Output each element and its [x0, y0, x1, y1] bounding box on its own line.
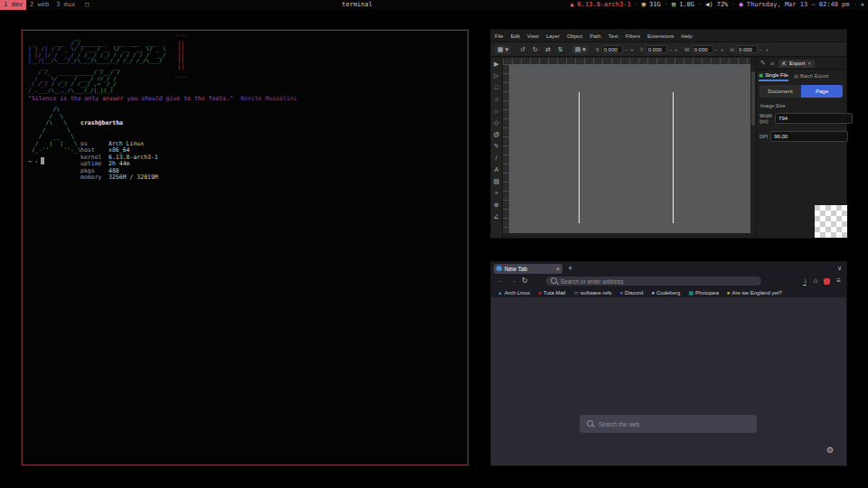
toolbar-right-icons: ↓ ⌂ ≡ [803, 275, 841, 287]
scrollbar-thumb[interactable] [751, 71, 755, 126]
flip-vertical-icon[interactable]: ⇅ [558, 46, 563, 53]
text-tool-icon[interactable]: A [495, 166, 499, 173]
bookmark-tuta-mail-icon: ■ [538, 290, 542, 296]
web-search-input[interactable] [599, 421, 750, 427]
stepper-plus[interactable]: + [674, 47, 679, 52]
gradient-tool-icon[interactable]: ▨ [494, 178, 500, 184]
menu-text[interactable]: Text [609, 33, 618, 39]
zoom-tool-icon[interactable]: ⊕ [494, 202, 499, 208]
width-input[interactable] [775, 113, 853, 124]
tab-new-tab[interactable]: New Tab × [494, 264, 562, 274]
stepper-minus[interactable]: − [759, 47, 764, 52]
field-value-w[interactable]: 0.000 [692, 45, 713, 53]
horizontal-ruler [503, 58, 750, 64]
terminal-window[interactable]: __ _ ___ / /________ ____ ___ ___| | /| … [22, 30, 468, 465]
star-tool-icon[interactable]: ☆ [494, 108, 499, 114]
tab-close-icon[interactable]: × [556, 266, 560, 272]
url-input[interactable] [561, 278, 757, 285]
canvas[interactable] [509, 64, 750, 233]
export-panel-tab[interactable]: ⇱ Export × [778, 60, 815, 68]
pencil-tool-icon[interactable]: ✎ [494, 143, 499, 149]
pencil-panel-icon[interactable]: ✎ [760, 60, 766, 67]
node-tool-icon[interactable]: ▷ [494, 72, 498, 79]
new-tab-page: ⚙ [491, 297, 846, 465]
subtab-single-file[interactable]: ▣Single File [759, 72, 788, 81]
navigation-bar: ← → ↻ ↓ ⌂ ≡ [491, 275, 846, 287]
workspace-tag-1-dev[interactable]: 1 dev [0, 0, 26, 10]
dropper-tool-icon[interactable]: + [495, 190, 498, 196]
field-value-h[interactable]: 0.000 [736, 45, 758, 53]
bookmark-tuta-mail[interactable]: ■Tuta Mail [538, 290, 565, 296]
web-search-bar[interactable] [580, 415, 757, 433]
quote-text: "Silence is the only answer you should g… [28, 95, 233, 102]
bookmark-codeberg[interactable]: ●Codeberg [651, 290, 680, 296]
measure-tool-icon[interactable]: ∠ [494, 213, 499, 220]
bookmark-photopea[interactable]: ▦Photopea [688, 289, 718, 296]
home-icon[interactable]: ⌂ [813, 275, 817, 287]
tab-overflow-chevron-icon[interactable]: ∨ [837, 265, 842, 272]
stepper-minus[interactable]: − [668, 47, 674, 52]
bookmark-label: Are we England yet? [731, 290, 781, 296]
close-panel-icon[interactable]: × [807, 61, 811, 66]
layout-symbol[interactable]: □ [85, 0, 89, 10]
menu-path[interactable]: Path [590, 33, 600, 39]
scope-document-button[interactable]: Document [760, 85, 801, 98]
fetch-user-host: crash@bertha [80, 120, 158, 127]
pen-tool-icon[interactable]: / [495, 155, 497, 161]
workspace-tag-2-web[interactable]: 2 web [26, 0, 52, 10]
menu-layer[interactable]: Layer [546, 33, 560, 39]
stepper-plus[interactable]: + [764, 47, 769, 52]
workspace-tag-3-mux[interactable]: 3 mux [52, 0, 79, 10]
bookmark-arch-linux[interactable]: ▲Arch Linux [497, 290, 530, 296]
menu-filters[interactable]: Filters [626, 33, 640, 39]
field-value-y[interactable]: 0.000 [646, 45, 667, 53]
box3d-tool-icon[interactable]: ◇ [494, 119, 498, 126]
subtab-batch-export[interactable]: ▤Batch Export [794, 72, 829, 81]
flip-horizontal-icon[interactable]: ⇄ [545, 46, 551, 53]
stepper-plus[interactable]: + [720, 47, 725, 52]
field-value-x[interactable]: 0.000 [601, 45, 623, 53]
forward-button[interactable]: → [509, 275, 516, 287]
menu-edit[interactable]: Edit [511, 33, 520, 39]
selector-tool-icon[interactable]: ▶ [494, 61, 498, 67]
page-edge-left [579, 92, 580, 223]
stepper-plus[interactable]: + [629, 47, 635, 52]
tray-icon: ▪ [861, 0, 864, 10]
ellipse-tool-icon[interactable]: ○ [495, 96, 498, 102]
menu-extensions[interactable]: Extensions [647, 33, 674, 39]
stepper-minus[interactable]: − [624, 47, 629, 52]
selection-mode-dropdown[interactable]: ▤▾ [572, 45, 589, 54]
export-icon: ⇱ [782, 61, 787, 67]
rect-tool-icon[interactable]: □ [495, 84, 498, 90]
browser-window: New Tab × + ∨ ← → ↻ ↓ ⌂ ≡ ▲Arch Linux■Tu… [491, 262, 846, 465]
rotate-ccw-icon[interactable]: ↺ [520, 46, 525, 53]
ublock-extension-icon[interactable] [824, 278, 830, 285]
rotate-cw-icon[interactable]: ↻ [533, 46, 538, 53]
menu-file[interactable]: File [495, 33, 504, 39]
stepper-minus[interactable]: − [714, 47, 720, 52]
spiral-tool-icon[interactable]: @ [493, 131, 499, 137]
tool-options-bar: ▦▾ ↺↻⇄⇅ ▤▾ X0.000−+Y0.000−+W0.000−+H0.00… [491, 42, 846, 57]
ram-icon: ▤ [672, 0, 675, 10]
menu-help[interactable]: Help [681, 33, 692, 39]
dock-tab-strip: ✎ ≡ ⇱ Export × [757, 58, 846, 70]
bookmark-are-we-england-yet[interactable]: ●Are we England yet? [727, 290, 782, 296]
menu-icon[interactable]: ≡ [836, 275, 841, 287]
reload-button[interactable]: ↻ [522, 275, 528, 287]
scope-page-button[interactable]: Page [801, 85, 843, 98]
bookmark-software-refs[interactable]: ▭software refs [573, 289, 611, 296]
ascii-banner: __ _ ___ / /________ ____ ___ ___| | /| … [28, 34, 165, 93]
personalize-gear-icon[interactable]: ⚙ [826, 446, 834, 455]
bookmark-discord[interactable]: ●Discord [619, 290, 643, 296]
menu-view[interactable]: View [527, 33, 539, 39]
select-all-dropdown[interactable]: ▦▾ [495, 45, 511, 54]
new-tab-button[interactable]: + [568, 264, 572, 273]
back-button[interactable]: ← [496, 275, 504, 287]
dpi-input[interactable] [770, 131, 848, 142]
workspace-tags: 1 dev2 web3 mux [0, 0, 79, 10]
shell-prompt[interactable]: ~› [28, 157, 44, 165]
layers-panel-icon[interactable]: ≡ [770, 61, 774, 67]
menu-object[interactable]: Object [567, 33, 582, 39]
downloads-icon[interactable]: ↓ [803, 277, 807, 286]
url-bar[interactable] [546, 277, 761, 286]
